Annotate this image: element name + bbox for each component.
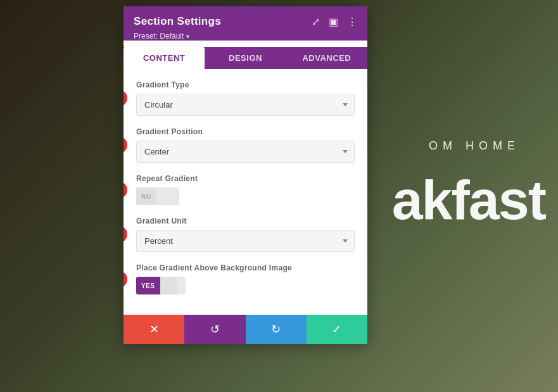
repeat-gradient-toggle-row: NO	[136, 187, 355, 205]
save-icon: ✓	[332, 322, 341, 336]
gradient-unit-field: 4 Gradient Unit Percent Pixel	[136, 217, 355, 252]
repeat-gradient-field: 3 Repeat Gradient NO	[136, 174, 355, 205]
toggle-no-label: NO	[136, 187, 156, 205]
gradient-type-select[interactable]: Circular Linear Conic	[136, 94, 355, 116]
tab-design[interactable]: Design	[205, 47, 286, 69]
layout-icon[interactable]: ▣	[329, 16, 338, 28]
place-gradient-toggle[interactable]: YES	[136, 277, 186, 294]
badge-4: 4	[124, 226, 127, 243]
cancel-icon: ✕	[149, 322, 159, 336]
tab-content[interactable]: Content	[124, 47, 205, 69]
gradient-type-label: Gradient Type	[136, 80, 355, 89]
reset-icon: ↺	[210, 322, 220, 336]
gradient-position-label: Gradient Position	[136, 127, 355, 136]
tabs-bar: Content Design Advanced	[124, 47, 367, 69]
save-button[interactable]: ✓	[307, 315, 367, 344]
toggle-yes-label: YES	[136, 277, 160, 294]
badge-5: 5	[124, 271, 127, 288]
section-settings-panel: Section Settings ⤢ ▣ ⋮ Preset: Default ▾…	[124, 6, 367, 344]
badge-2: 2	[124, 137, 127, 153]
cancel-button[interactable]: ✕	[124, 315, 184, 344]
place-gradient-field: 5 Place Gradient Above Background Image …	[136, 263, 355, 294]
redo-icon: ↻	[271, 322, 281, 336]
reset-button[interactable]: ↺	[184, 315, 245, 344]
expand-icon[interactable]: ⤢	[312, 16, 320, 28]
repeat-gradient-toggle[interactable]: NO	[136, 187, 179, 205]
repeat-gradient-label: Repeat Gradient	[136, 174, 355, 183]
tab-advanced[interactable]: Advanced	[286, 47, 367, 69]
menu-icon[interactable]: ⋮	[347, 16, 357, 28]
gradient-unit-label: Gradient Unit	[136, 217, 355, 225]
redo-button[interactable]: ↻	[246, 315, 307, 344]
bg-text-large: akfast	[392, 168, 545, 232]
gradient-unit-select[interactable]: Percent Pixel	[136, 230, 355, 252]
place-gradient-toggle-row: YES	[136, 277, 355, 294]
preset-label: Preset: Default	[134, 32, 184, 41]
gradient-type-field: 1 Gradient Type Circular Linear Conic	[136, 80, 355, 116]
badge-3: 3	[124, 182, 127, 198]
panel-footer: ✕ ↺ ↻ ✓	[124, 315, 367, 344]
panel-header: Section Settings ⤢ ▣ ⋮ Preset: Default ▾	[124, 6, 367, 41]
gradient-position-field: 2 Gradient Position Center Top Left Top …	[136, 127, 355, 163]
gradient-position-select[interactable]: Center Top Left Top Right Bottom Left Bo…	[136, 141, 355, 163]
panel-title: Section Settings	[134, 15, 221, 28]
bg-text-small: OM HOME	[429, 139, 520, 153]
preset-arrow-icon: ▾	[186, 33, 189, 40]
panel-header-top: Section Settings ⤢ ▣ ⋮	[134, 15, 357, 28]
panel-body: 1 Gradient Type Circular Linear Conic 2 …	[124, 69, 367, 315]
preset-row[interactable]: Preset: Default ▾	[134, 32, 357, 41]
badge-1: 1	[124, 90, 127, 106]
panel-header-icons: ⤢ ▣ ⋮	[312, 16, 357, 28]
place-gradient-label: Place Gradient Above Background Image	[136, 263, 355, 272]
